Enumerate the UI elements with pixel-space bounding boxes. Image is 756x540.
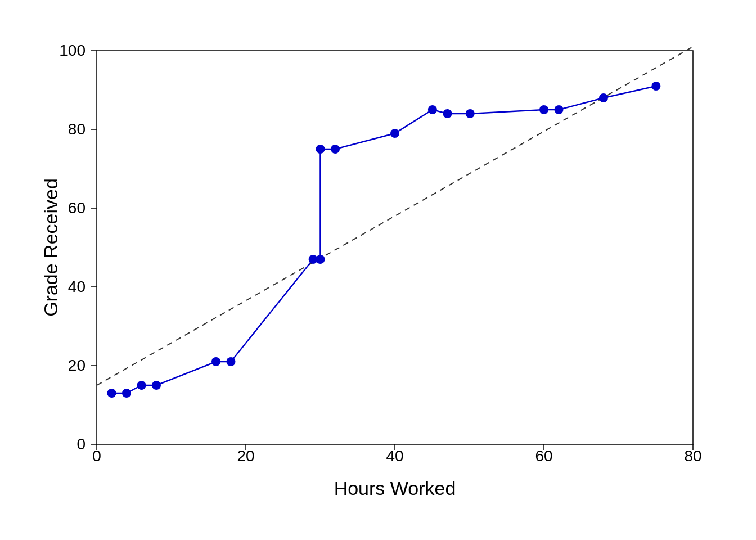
data-point: [152, 381, 161, 390]
data-point: [212, 357, 220, 366]
x-tick-label-40: 40: [386, 447, 403, 465]
data-point: [390, 129, 399, 138]
data-point: [539, 105, 548, 114]
data-point: [331, 145, 340, 154]
data-point: [555, 105, 564, 114]
x-tick-label-60: 60: [535, 447, 552, 465]
data-point: [227, 357, 236, 366]
y-tick-label-20: 20: [68, 357, 86, 374]
y-tick-label-60: 60: [68, 199, 86, 217]
x-tick-label-80: 80: [684, 447, 701, 465]
data-point: [316, 145, 325, 154]
data-point: [137, 381, 146, 390]
plot-area: [97, 51, 693, 444]
data-point: [651, 82, 660, 91]
chart-svg: // This SVG uses hardcoded coordinates d…: [40, 28, 716, 512]
y-tick-label-100: 100: [59, 42, 86, 59]
data-point: [428, 105, 437, 114]
data-point: [443, 109, 452, 118]
x-axis-label: Hours Worked: [334, 478, 456, 499]
y-tick-label-80: 80: [68, 120, 86, 138]
data-point: [122, 389, 131, 398]
data-point: [466, 109, 475, 118]
data-point: [107, 389, 116, 398]
chart-container: // This SVG uses hardcoded coordinates d…: [40, 28, 716, 512]
data-point: [599, 93, 608, 102]
y-axis-label: Grade Received: [40, 178, 61, 317]
data-point: [316, 255, 325, 264]
x-tick-label-20: 20: [237, 447, 254, 465]
x-tick-label-0: 0: [92, 447, 101, 465]
y-tick-label-0: 0: [76, 435, 86, 453]
y-tick-label-40: 40: [68, 278, 86, 295]
